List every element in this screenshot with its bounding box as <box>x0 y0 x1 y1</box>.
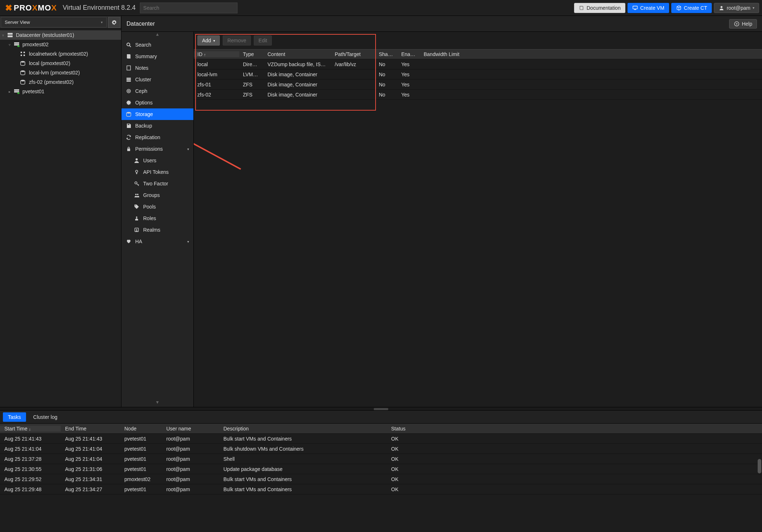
nav-item-ha[interactable]: HA▾ <box>121 236 193 247</box>
col-content[interactable]: Content <box>264 51 331 57</box>
task-row[interactable]: Aug 25 21:41:43Aug 25 21:41:43pvetest01r… <box>0 434 762 444</box>
nav-item-roles[interactable]: Roles <box>121 213 193 224</box>
tree-node[interactable]: localnetwork (pmoxtest02) <box>0 49 121 59</box>
chevron-down-icon: ▾ <box>187 147 189 151</box>
edit-button[interactable]: Edit <box>254 35 272 46</box>
cell-end: Aug 25 21:34:31 <box>61 476 120 482</box>
node-icon <box>14 89 21 94</box>
svg-rect-25 <box>127 81 131 82</box>
svg-point-31 <box>136 158 138 160</box>
cell-shared: No <box>375 72 398 77</box>
page-title: Datacenter <box>127 21 155 27</box>
log-splitter[interactable] <box>0 407 762 411</box>
tree-label: localnetwork (pmoxtest02) <box>29 51 88 57</box>
col-type[interactable]: Type <box>239 51 264 57</box>
task-row[interactable]: Aug 25 21:29:48Aug 25 21:34:27pvetest01r… <box>0 484 762 494</box>
col-node[interactable]: Node <box>120 426 162 432</box>
col-start-time[interactable]: Start Time↓ <box>0 426 61 432</box>
col-end-time[interactable]: End Time <box>61 426 120 432</box>
documentation-button[interactable]: Documentation <box>574 3 625 13</box>
nav-item-notes[interactable]: Notes <box>121 62 193 74</box>
expand-icon: ▿ <box>9 43 14 47</box>
user-menu-button[interactable]: root@pam ▾ <box>714 3 759 13</box>
create-ct-button[interactable]: Create CT <box>671 3 712 13</box>
cell-shared: No <box>375 82 398 87</box>
col-description[interactable]: Description <box>219 426 387 432</box>
logo-x-icon: ✖ <box>5 3 12 13</box>
cell-desc: Bulk shutdown VMs and Containers <box>219 446 387 452</box>
tab-cluster-log[interactable]: Cluster log <box>28 412 63 422</box>
tree-node[interactable]: ▸pvetest01 <box>0 87 121 96</box>
nav-item-api-tokens[interactable]: API Tokens <box>121 166 193 178</box>
storage-row[interactable]: local-lvmLVM…Disk image, ContainerNoYes <box>194 69 762 80</box>
cell-start: Aug 25 21:41:04 <box>0 446 61 452</box>
help-button[interactable]: ? Help <box>729 19 757 29</box>
cell-type: Dire… <box>239 61 264 67</box>
tree-node[interactable]: ▿Datacenter (testcluster01) <box>0 30 121 40</box>
nav-item-storage[interactable]: Storage <box>121 108 193 120</box>
cell-user: root@pam <box>162 486 219 492</box>
storage-grid: ID↑ Type Content Path/Target Sha… Ena… B… <box>194 49 762 100</box>
nav-item-realms[interactable]: Realms <box>121 224 193 236</box>
resource-tree[interactable]: ▿Datacenter (testcluster01)▿pmoxtest02lo… <box>0 29 121 407</box>
nav-item-backup[interactable]: Backup <box>121 120 193 132</box>
task-row[interactable]: Aug 25 21:30:55Aug 25 21:31:06pvetest01r… <box>0 464 762 474</box>
nav-item-cluster[interactable]: Cluster <box>121 74 193 85</box>
task-row[interactable]: Aug 25 21:29:52Aug 25 21:34:31pmoxtest02… <box>0 474 762 484</box>
tree-settings-button[interactable] <box>108 17 120 28</box>
nav-item-permissions[interactable]: Permissions▾ <box>121 143 193 155</box>
tree-node[interactable]: zfs-02 (pmoxtest02) <box>0 77 121 87</box>
nav-label: Groups <box>143 192 160 198</box>
col-id[interactable]: ID↑ <box>194 51 239 57</box>
storage-row[interactable]: zfs-01ZFSDisk image, ContainerNoYes <box>194 80 762 90</box>
user-icon <box>719 5 724 11</box>
annotation-arrow <box>194 115 255 176</box>
search-input[interactable] <box>140 3 237 13</box>
server-view-combo[interactable]: Server View ▾ <box>1 17 107 27</box>
cell-enabled: Yes <box>398 82 420 87</box>
nav-item-search[interactable]: Search <box>121 39 193 51</box>
tree-node[interactable]: local (pmoxtest02) <box>0 59 121 68</box>
nav-item-summary[interactable]: Summary <box>121 51 193 62</box>
add-button[interactable]: Add ▾ <box>197 35 220 46</box>
col-shared[interactable]: Sha… <box>375 51 398 57</box>
cell-user: root@pam <box>162 446 219 452</box>
cell-start: Aug 25 21:29:48 <box>0 486 61 492</box>
remove-label: Remove <box>227 38 246 43</box>
col-bandwidth[interactable]: Bandwidth Limit <box>420 51 762 57</box>
nav-item-replication[interactable]: Replication <box>121 132 193 143</box>
cube-icon <box>676 5 682 11</box>
ceph-icon <box>126 88 132 94</box>
topbar: ✖ PROXMOX Virtual Environment 8.2.4 Docu… <box>0 0 762 16</box>
col-user[interactable]: User name <box>162 426 219 432</box>
gear-icon <box>126 100 132 106</box>
storage-row[interactable]: zfs-02ZFSDisk image, ContainerNoYes <box>194 90 762 100</box>
col-enabled[interactable]: Ena… <box>398 51 420 57</box>
tree-node[interactable]: local-lvm (pmoxtest02) <box>0 68 121 77</box>
nav-item-pools[interactable]: Pools <box>121 201 193 213</box>
cell-status: OK <box>387 446 762 452</box>
task-row[interactable]: Aug 25 21:41:04Aug 25 21:41:04pvetest01r… <box>0 444 762 454</box>
nav-item-ceph[interactable]: Ceph <box>121 85 193 97</box>
nav-item-groups[interactable]: Groups <box>121 189 193 201</box>
cell-start: Aug 25 21:30:55 <box>0 466 61 472</box>
svg-point-2 <box>721 6 723 8</box>
storage-row[interactable]: localDire…VZDump backup file, IS…/var/li… <box>194 59 762 69</box>
cell-user: root@pam <box>162 476 219 482</box>
nav-item-two-factor[interactable]: Two Factor <box>121 178 193 189</box>
create-ct-label: Create CT <box>684 5 707 11</box>
remove-button[interactable]: Remove <box>223 35 251 46</box>
nav-item-users[interactable]: Users <box>121 155 193 166</box>
scrollbar[interactable] <box>758 459 761 532</box>
task-row[interactable]: Aug 25 21:37:28Aug 25 21:41:04pvetest01r… <box>0 454 762 464</box>
tree-node[interactable]: ▿pmoxtest02 <box>0 40 121 49</box>
cell-shared: No <box>375 61 398 67</box>
cell-status: OK <box>387 456 762 462</box>
tab-tasks[interactable]: Tasks <box>3 412 26 422</box>
nav-scroll-down[interactable]: ▼ <box>121 400 193 407</box>
col-status[interactable]: Status <box>387 426 762 432</box>
col-path[interactable]: Path/Target <box>331 51 375 57</box>
nav-item-options[interactable]: Options <box>121 97 193 108</box>
create-vm-button[interactable]: Create VM <box>628 3 669 13</box>
nav-scroll-up[interactable]: ▲ <box>121 32 193 39</box>
